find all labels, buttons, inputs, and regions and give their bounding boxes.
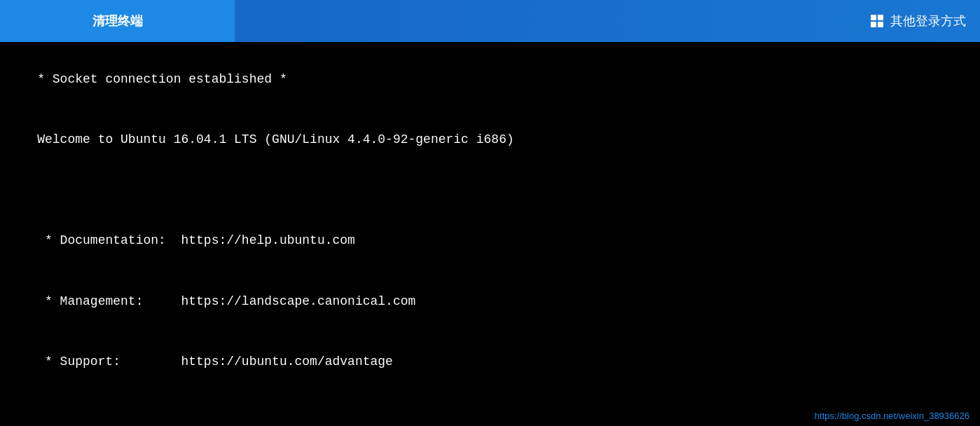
- terminal-line-6: * Support: https://ubuntu.com/advantage: [37, 355, 393, 369]
- top-bar: 清理终端 其他登录方式: [0, 0, 980, 42]
- other-login-section[interactable]: 其他登录方式: [869, 13, 966, 29]
- footer-link[interactable]: https://blog.csdn.net/weixin_38936626: [815, 411, 969, 421]
- terminal-line-4: * Documentation: https://help.ubuntu.com: [37, 233, 355, 247]
- svg-rect-3: [878, 22, 883, 27]
- login-icon: [869, 13, 885, 29]
- terminal-line-2: Welcome to Ubuntu 16.04.1 LTS (GNU/Linux…: [37, 132, 514, 146]
- svg-rect-0: [871, 15, 876, 20]
- terminal-line-1: * Socket connection established *: [37, 72, 287, 86]
- svg-rect-2: [871, 22, 876, 27]
- terminal-line-5: * Management: https://landscape.canonica…: [37, 294, 415, 308]
- other-login-label: 其他登录方式: [890, 13, 966, 29]
- clear-terminal-button[interactable]: 清理终端: [0, 0, 235, 42]
- terminal-area: * Socket connection established * Welcom…: [0, 42, 980, 405]
- footer-bar: https://blog.csdn.net/weixin_38936626: [0, 405, 980, 426]
- terminal-output: * Socket connection established * Welcom…: [7, 49, 973, 405]
- svg-rect-1: [878, 15, 883, 20]
